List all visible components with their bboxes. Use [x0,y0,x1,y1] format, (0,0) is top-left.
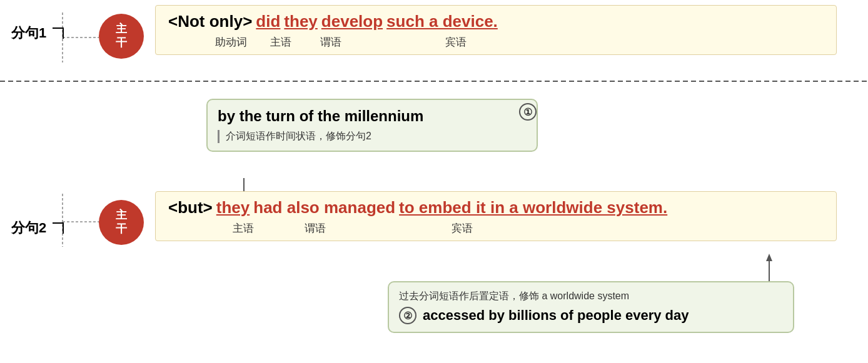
sentence1-main: <Not only> did they develop such a devic… [168,12,824,31]
sentence2-predicate: had also managed [253,198,395,217]
section2-label-text: 分句2 [11,219,46,237]
sentence1-object: such a device. [386,12,498,31]
annotation-box-2: 过去分词短语作后置定语，修饰 a worldwide system ② acce… [388,281,794,333]
sentence-box-2: <but> they had also managed to embed it … [155,191,837,241]
sentence2-grammar: 主语 谓语 宾语 [168,221,824,236]
sentence1-they: they [284,12,317,31]
grammar2-subject: 主语 [218,221,268,236]
sentence2-main: <but> they had also managed to embed it … [168,198,824,217]
sentence2-object: to embed it in a worldwide system. [399,198,667,217]
circle-badge-1: ① [519,103,537,121]
sentence-box-1: <Not only> did they develop such a devic… [155,5,837,55]
annotation1-desc: 介词短语作时间状语，修饰分句2 [218,130,527,143]
icon1-text: 主干 [116,22,127,49]
svg-marker-8 [766,254,772,261]
icon2-text: 主干 [116,209,127,236]
sentence1-tag: <Not only> [168,12,252,31]
grammar1-predicate: 谓语 [306,35,356,49]
sentence1-grammar: 助动词 主语 谓语 宾语 [168,35,824,49]
annotation2-phrase: accessed by billions of people every day [423,307,689,324]
main-icon-2: 主干 [99,200,144,245]
circle-badge-2-inline: ② [399,307,416,324]
section1-label: 分句1 [11,24,64,42]
grammar1-aux: 助动词 [206,35,256,49]
section1-label-text: 分句1 [11,24,46,42]
grammar2-object: 宾语 [362,221,562,236]
annotation2-desc: 过去分词短语作后置定语，修饰 a worldwide system [399,290,783,303]
annotation-box-1: by the turn of the millennium 介词短语作时间状语，… [206,99,538,152]
grammar2-predicate: 谓语 [268,221,362,236]
grammar1-subject: 主语 [256,35,306,49]
annotation1-phrase: by the turn of the millennium [218,107,527,125]
main-icon-1: 主干 [99,14,144,59]
sentence1-did: did [256,12,280,31]
sentence2-they: they [216,198,250,217]
main-container: 分句1 分句2 主干 主干 <Not only> did they develo… [0,0,868,363]
sentence1-develop: develop [321,12,383,31]
section2-label: 分句2 [11,219,64,237]
grammar1-object: 宾语 [356,35,556,49]
sentence2-tag: <but> [168,198,213,217]
